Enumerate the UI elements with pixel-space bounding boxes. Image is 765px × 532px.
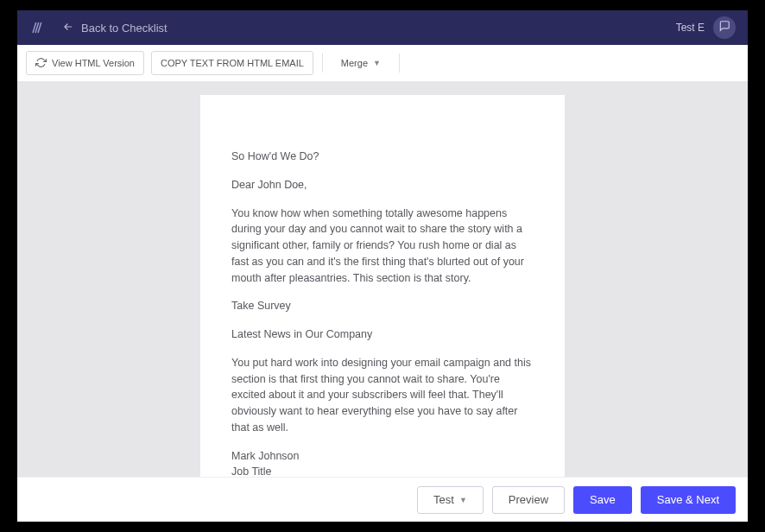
user-label: Test E: [676, 22, 705, 34]
toolbar-divider: [322, 54, 323, 73]
email-body-paragraph: You put hard work into designing your em…: [231, 355, 534, 436]
signature-name: Mark Johnson: [231, 448, 534, 465]
save-and-next-button[interactable]: Save & Next: [641, 486, 736, 514]
toolbar-divider: [399, 54, 400, 73]
arrow-left-icon: [62, 21, 74, 35]
chat-icon: [718, 20, 730, 35]
preview-button[interactable]: Preview: [492, 486, 565, 514]
copy-text-from-html-button[interactable]: COPY TEXT FROM HTML EMAIL: [151, 51, 313, 75]
merge-label: Merge: [341, 58, 368, 68]
view-html-label: View HTML Version: [52, 58, 135, 68]
email-cta: Take Survey: [231, 298, 534, 314]
email-subject: So How'd We Do?: [231, 149, 534, 165]
app-frame: Back to Checklist Test E View HTML Versi…: [17, 10, 748, 522]
chevron-down-icon: ▼: [373, 59, 381, 67]
back-to-checklist-link[interactable]: Back to Checklist: [62, 21, 168, 35]
refresh-icon: [35, 57, 47, 70]
back-label: Back to Checklist: [81, 22, 168, 35]
email-greeting: Dear John Doe,: [231, 177, 534, 193]
email-intro-paragraph: You know how when something totally awes…: [231, 206, 534, 287]
editor-toolbar: View HTML Version COPY TEXT FROM HTML EM…: [17, 45, 748, 81]
merge-dropdown[interactable]: Merge ▼: [332, 51, 390, 75]
save-button[interactable]: Save: [573, 486, 632, 514]
test-label: Test: [433, 493, 454, 506]
test-dropdown-button[interactable]: Test ▼: [417, 486, 484, 514]
chevron-down-icon: ▼: [459, 496, 467, 504]
save-label: Save: [590, 493, 616, 506]
signature-title: Job Title: [231, 464, 534, 477]
view-html-version-button[interactable]: View HTML Version: [26, 51, 144, 75]
email-preview[interactable]: So How'd We Do? Dear John Doe, You know …: [200, 95, 565, 477]
editor-canvas: So How'd We Do? Dear John Doe, You know …: [17, 81, 748, 477]
app-logo: [29, 19, 47, 36]
email-section-heading: Latest News in Our Company: [231, 326, 534, 343]
bottom-action-bar: Test ▼ Preview Save Save & Next: [17, 477, 748, 522]
save-next-label: Save & Next: [657, 493, 719, 506]
top-nav: Back to Checklist Test E: [17, 10, 748, 45]
chat-button[interactable]: [713, 16, 736, 39]
copy-text-label: COPY TEXT FROM HTML EMAIL: [161, 58, 304, 68]
preview-label: Preview: [509, 493, 548, 506]
